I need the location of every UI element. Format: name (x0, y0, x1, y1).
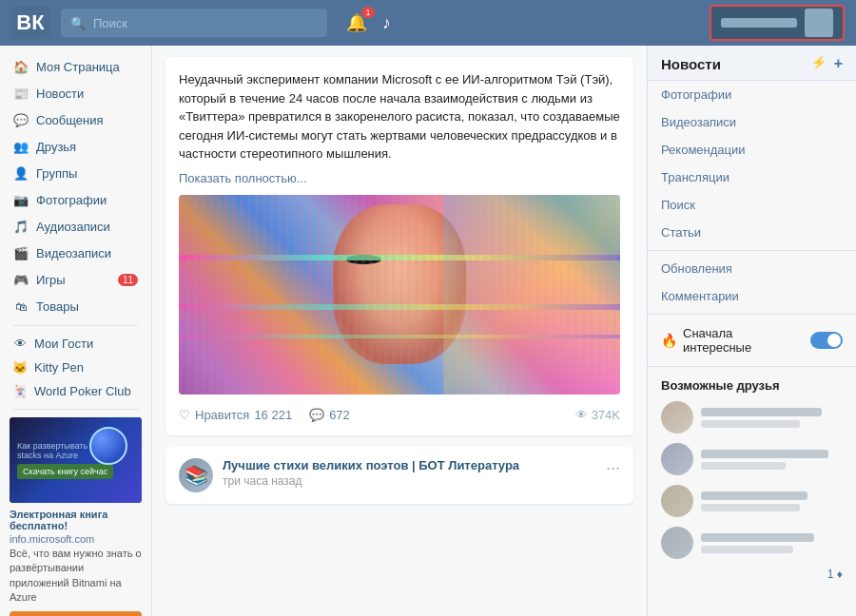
friend-item-3[interactable] (648, 480, 856, 522)
right-divider-2 (648, 314, 856, 315)
header: ВК 🔍 🔔 1 ♪ (0, 0, 856, 46)
ad-sub-text: Всё, что вам нужно знать о развёртывании… (10, 547, 142, 606)
sidebar-item-photos[interactable]: 📷 Фотографии (0, 186, 151, 213)
interesting-row: 🔥 Сначала интересные (648, 318, 856, 362)
friend-name-2 (701, 450, 828, 458)
post-show-more[interactable]: Показать полностью... (179, 171, 620, 185)
nav-divider-2 (13, 409, 138, 410)
right-nav-recommendations[interactable]: Рекомендации (648, 136, 856, 164)
right-nav-streams[interactable]: Трансляции (648, 164, 856, 191)
like-button[interactable]: ♡ Нравится 16 221 (179, 408, 292, 422)
post-avatar: 📚 (179, 458, 213, 492)
sidebar-label-video: Видеозаписи (36, 246, 111, 260)
friend-name-3 (701, 491, 807, 500)
notifications-button[interactable]: 🔔 1 (346, 12, 367, 33)
sidebar-item-guests[interactable]: 👁 Мои Гости (0, 332, 151, 356)
right-nav-video[interactable]: Видеозаписи (648, 108, 856, 136)
friend-name-1 (701, 408, 822, 416)
right-nav-photos[interactable]: Фотографии (648, 81, 856, 108)
friend-detail-1 (701, 420, 800, 428)
sidebar-label-friends: Друзья (36, 140, 76, 154)
notification-badge: 1 (361, 7, 375, 18)
ad-button[interactable]: Скачать книгу сейчас (17, 464, 113, 479)
sidebar-label-news: Новости (36, 87, 84, 101)
interesting-toggle[interactable] (810, 332, 843, 349)
post-more-button[interactable]: ··· (606, 458, 620, 478)
friend-name-4 (701, 533, 814, 542)
center-content: Неудачный эксперимент компании Microsoft… (152, 46, 647, 616)
sidebar-label-my-page: Моя Страница (36, 60, 120, 74)
friend-detail-3 (701, 504, 800, 511)
comment-button[interactable]: 💬 672 (309, 408, 350, 422)
right-nav-updates[interactable]: Обновления (648, 255, 856, 282)
main-layout: 🏠 Моя Страница 📰 Новости 💬 Сообщения 👥 Д… (0, 46, 856, 616)
search-input[interactable] (93, 16, 318, 30)
right-sidebar-actions: ⚡ + (811, 55, 843, 72)
dessert-button[interactable]: ДЕСЕРТ (10, 611, 142, 616)
friend-info-3 (701, 491, 843, 511)
friends-count: 1 ♦ (827, 568, 843, 581)
sidebar-item-video[interactable]: 🎬 Видеозаписи (0, 240, 151, 266)
ad-block: Как развертывать Bitnami stacks на Azure… (10, 417, 142, 503)
friend-avatar-2 (661, 443, 693, 475)
vk-logo[interactable]: ВК (11, 7, 49, 39)
sidebar-label-goods: Товары (36, 299, 79, 314)
sidebar-item-kitty-pen[interactable]: 🐱 Kitty Pen (0, 356, 151, 379)
sidebar-label-messages: Сообщения (36, 113, 104, 127)
views-value: 374K (592, 408, 620, 422)
views-icon: 👁 (575, 408, 588, 422)
interesting-label: Сначала интересные (683, 326, 805, 355)
friend-avatar-4 (661, 527, 693, 559)
friend-detail-2 (701, 462, 786, 470)
post-title[interactable]: Лучшие стихи великих поэтов | БОТ Литера… (223, 458, 596, 472)
games-icon: 🎮 (13, 272, 29, 287)
sidebar-item-groups[interactable]: 👤 Группы (0, 160, 151, 186)
user-name (721, 18, 797, 28)
friend-item-1[interactable] (648, 396, 856, 438)
sidebar-item-audio[interactable]: 🎵 Аудиозаписи (0, 213, 151, 240)
like-icon: ♡ (179, 408, 190, 422)
post-actions: ♡ Нравится 16 221 💬 672 👁 374K (179, 404, 620, 422)
right-nav-articles[interactable]: Статьи (648, 219, 856, 246)
user-avatar (805, 9, 833, 37)
photos-icon: 📷 (13, 192, 29, 207)
left-sidebar: 🏠 Моя Страница 📰 Новости 💬 Сообщения 👥 Д… (0, 46, 152, 616)
friend-info-1 (701, 408, 843, 428)
post-image (179, 195, 620, 395)
sidebar-item-games[interactable]: 🎮 Игры 11 (0, 266, 151, 293)
ad-link[interactable]: info.microsoft.com (10, 533, 142, 545)
friend-info-2 (701, 450, 843, 470)
friend-item-4[interactable] (648, 522, 856, 564)
music-button[interactable]: ♪ (382, 13, 391, 33)
post-meta: Лучшие стихи великих поэтов | БОТ Литера… (223, 458, 596, 488)
groups-icon: 👤 (13, 165, 29, 181)
sidebar-item-world-poker-club[interactable]: 🃏 World Poker Club (0, 379, 151, 403)
kitty-pen-icon: 🐱 (13, 361, 27, 375)
sidebar-item-goods[interactable]: 🛍 Товары (0, 293, 151, 319)
goods-icon: 🛍 (13, 298, 29, 314)
sidebar-item-friends[interactable]: 👥 Друзья (0, 133, 151, 160)
filter-icon[interactable]: ⚡ (811, 55, 827, 72)
sidebar-item-news[interactable]: 📰 Новости (0, 80, 151, 106)
sidebar-item-my-page[interactable]: 🏠 Моя Страница (0, 53, 151, 80)
video-icon: 🎬 (13, 245, 29, 260)
nav-divider (13, 325, 138, 326)
search-bar[interactable]: 🔍 (61, 9, 327, 37)
right-nav-comments[interactable]: Комментарии (648, 282, 856, 310)
friend-detail-4 (701, 546, 793, 553)
sidebar-item-messages[interactable]: 💬 Сообщения (0, 106, 151, 133)
user-area[interactable] (710, 5, 845, 41)
sidebar-label-groups: Группы (36, 166, 77, 181)
friends-count-row: 1 ♦ (648, 564, 856, 585)
sidebar-label-guests: Мои Гости (34, 337, 93, 351)
friend-avatar-3 (661, 485, 693, 517)
right-sidebar: Новости ⚡ + Фотографии Видеозаписи Реком… (647, 46, 856, 616)
friend-info-4 (701, 533, 843, 553)
toggle-dot (827, 334, 841, 347)
right-nav-search[interactable]: Поиск (648, 191, 856, 219)
color-overlay (443, 195, 620, 395)
news-post-main: Неудачный эксперимент компании Microsoft… (165, 57, 633, 435)
friend-item-2[interactable] (648, 438, 856, 480)
add-icon[interactable]: + (834, 55, 843, 72)
sidebar-label-kitty-pen: Kitty Pen (34, 360, 84, 375)
